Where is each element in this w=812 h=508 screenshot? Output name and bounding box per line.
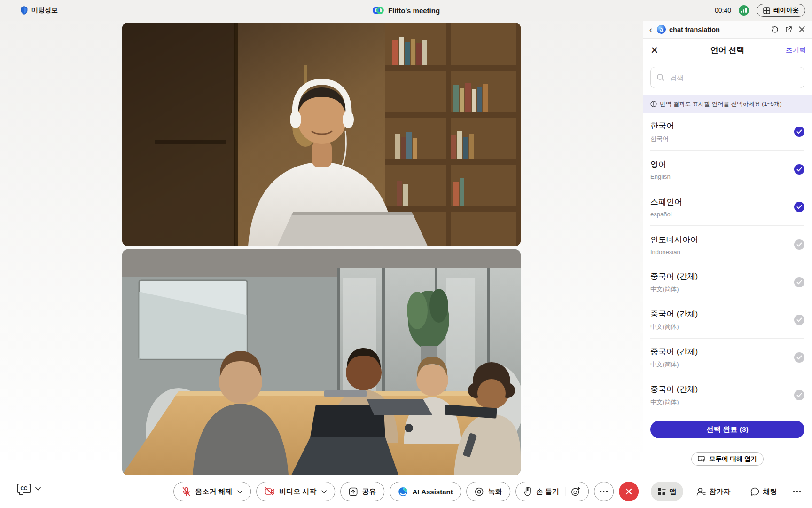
mute-chevron-down-icon[interactable] [237,490,242,493]
language-row[interactable]: 한국어 한국어 [643,113,812,151]
language-name: 스페인어 [650,197,682,207]
meeting-info-button[interactable]: 미팅정보 [21,6,58,15]
selection-notice-text: 번역 결과로 표시할 언어를 선택하세요 (1~5개) [660,100,781,108]
language-select-title: 언어 선택 [669,45,786,56]
language-row[interactable]: 인도네시아어 Indonesian [643,226,812,263]
check-circle-icon[interactable] [794,202,804,212]
language-subtitle: 한국어 [650,135,674,143]
raise-hand-icon [524,487,532,496]
language-list: 한국어 한국어 영어 English 스페인어 español 인도네시아어 I… [643,113,812,414]
toolbar-more-button[interactable] [790,482,804,501]
cc-chevron-down-icon[interactable] [35,487,41,491]
language-subtitle: 中文(简体) [650,360,698,369]
meeting-title: Flitto's meeting [388,7,440,15]
apps-button[interactable]: 앱 [651,482,683,501]
record-label: 녹화 [488,487,502,496]
video-group-scene [122,249,521,475]
language-subtitle: 中文(简体) [650,323,698,331]
participants-icon [696,487,706,496]
layout-button[interactable]: 레이아웃 [757,4,805,17]
chat-translation-app-icon: a [657,25,666,34]
more-icon [600,491,608,492]
cc-icon: CC [17,484,31,493]
language-row[interactable]: 스페인어 español [643,188,812,226]
camera-off-icon [265,487,275,496]
chat-bubble-icon [750,487,759,496]
language-subtitle: 中文(简体) [650,285,698,294]
participants-button[interactable]: 참가자 [690,482,737,501]
end-call-button[interactable] [619,482,639,501]
info-icon [650,101,657,107]
share-button[interactable]: 공유 [341,482,385,501]
language-search-input[interactable] [650,67,804,88]
reload-icon[interactable] [771,26,779,33]
start-video-label: 비디오 시작 [279,487,316,496]
close-language-select-icon[interactable]: ✕ [650,45,669,55]
raise-hand-reactions-button[interactable]: 손 들기 [516,482,589,501]
language-row[interactable]: 중국어 (간체) 中文(简体) [643,263,812,301]
share-label: 공유 [362,487,376,496]
participants-label: 참가자 [710,487,731,496]
open-for-all-button[interactable]: 모두에 대해 열기 [691,452,764,466]
search-icon [656,73,665,82]
apps-label: 앱 [670,487,677,496]
bottom-toolbar: CC 음소거 해제 비디오 시작 [0,476,812,508]
ai-assistant-icon [398,487,408,497]
language-subtitle: Indonesian [650,248,698,255]
confirm-selection-button[interactable]: 선택 완료 (3) [650,421,804,438]
more-options-button[interactable] [594,482,614,501]
end-call-x-icon [625,488,632,495]
language-row[interactable]: 중국어 (간체) 中文(简体) [643,339,812,376]
chat-translation-panel: ‹ a chat translation ✕ 언어 선택 초기화 번역 결 [643,21,812,476]
connection-strength-icon [739,5,749,16]
language-name: 한국어 [650,120,674,131]
language-row[interactable]: 중국어 (간체) 中文(简体) [643,376,812,414]
language-subtitle: español [650,211,682,218]
language-row[interactable]: 영어 English [643,151,812,188]
reset-button[interactable]: 초기화 [786,46,804,55]
back-icon[interactable]: ‹ [649,25,652,34]
mic-muted-icon [182,487,191,496]
language-name: 인도네시아어 [650,234,698,245]
unmute-button[interactable]: 음소거 해제 [173,482,251,501]
ai-assistant-label: AI Assistant [413,488,453,496]
record-icon [475,487,484,496]
app-panel-title: chat translation [669,26,720,33]
video-tile-group[interactable] [122,249,521,475]
check-circle-icon[interactable] [794,390,804,400]
check-circle-icon[interactable] [794,352,804,363]
language-name: 영어 [650,159,671,170]
layout-label: 레이아웃 [773,6,799,15]
share-screen-icon [349,487,358,496]
layout-grid-icon [763,7,770,14]
meeting-title-group: Flitto's meeting [372,6,440,15]
language-subtitle: English [650,173,671,180]
shield-icon [21,6,28,15]
chat-button[interactable]: 채팅 [744,482,784,501]
reactions-smiley-icon[interactable] [571,487,580,496]
video-chevron-down-icon[interactable] [322,490,327,493]
open-external-icon[interactable] [785,26,792,33]
more-icon [793,491,801,492]
record-button[interactable]: 녹화 [467,482,511,501]
start-video-button[interactable]: 비디오 시작 [256,482,335,501]
check-circle-icon[interactable] [794,164,804,175]
check-circle-icon[interactable] [794,315,804,325]
divider [565,487,565,496]
language-row[interactable]: 중국어 (간체) 中文(简体) [643,301,812,339]
raise-hand-label: 손 들기 [536,487,559,496]
ai-assistant-button[interactable]: AI Assistant [390,482,461,501]
captions-button[interactable]: CC [17,484,41,493]
close-panel-icon[interactable] [798,26,805,33]
language-name: 중국어 (간체) [650,346,698,357]
meeting-info-label: 미팅정보 [31,6,58,15]
video-tile-speaker[interactable] [122,23,521,246]
language-name: 중국어 (간체) [650,384,698,395]
check-circle-icon[interactable] [794,277,804,287]
check-circle-icon[interactable] [794,127,804,137]
check-circle-icon[interactable] [794,239,804,250]
language-name: 중국어 (간체) [650,309,698,319]
flitto-logo-icon [372,6,384,15]
video-speaker-scene [122,23,521,246]
top-bar: 미팅정보 Flitto's meeting 00:40 레이아웃 [0,0,812,21]
